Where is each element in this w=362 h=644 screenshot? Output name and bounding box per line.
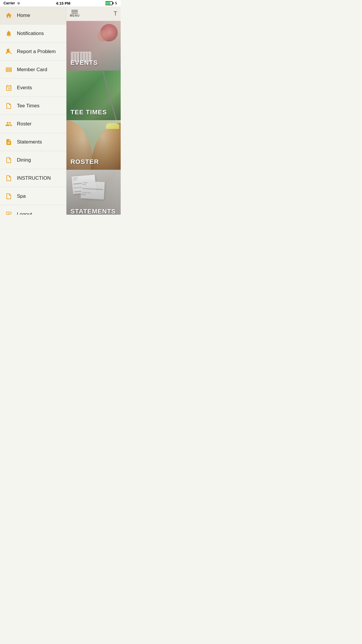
sidebar-item-events[interactable]: 30 Events: [0, 79, 66, 97]
events-decor2: [97, 30, 109, 41]
tile-tee-times[interactable]: TEE TIMES: [66, 71, 121, 120]
instruction-icon: [5, 174, 13, 182]
tile-tee-times-label: TEE TIMES: [71, 108, 107, 116]
statement-paper1: Charge$0.00 Amount Paid: [71, 175, 96, 194]
sidebar-item-dining[interactable]: Dining: [0, 151, 66, 169]
roster-hat: [106, 123, 119, 129]
svg-rect-9: [10, 67, 10, 72]
statements-icon: [5, 138, 13, 146]
wifi-icon: [17, 2, 21, 5]
tile-events-label: EVENTS: [71, 59, 98, 66]
svg-rect-8: [9, 67, 9, 72]
sidebar-label-instruction: INSTRUCTION: [17, 175, 51, 181]
sidebar-item-notifications[interactable]: Notifications: [0, 24, 66, 43]
status-left: Carrier: [3, 1, 21, 5]
menu-button[interactable]: MENU: [70, 10, 80, 17]
sidebar-label-events: Events: [17, 85, 32, 91]
sidebar-item-statements[interactable]: Statements: [0, 133, 66, 151]
sidebar-label-member-card: Member Card: [17, 67, 47, 73]
topbar-right-icon: T: [114, 10, 117, 17]
statement-paper2: Charge$0.00 Amount Paid$0.00: [80, 181, 105, 200]
sidebar-label-logout: Logout: [17, 211, 32, 215]
barcode-icon: [5, 66, 13, 74]
sidebar-item-logout[interactable]: Logout: [0, 205, 66, 215]
sidebar-label-statements: Statements: [17, 139, 42, 145]
sidebar: Home Notifications Report a Problem: [0, 6, 66, 215]
sidebar-item-instruction[interactable]: INSTRUCTION: [0, 169, 66, 187]
wrench-icon: [5, 48, 13, 56]
svg-rect-10: [10, 67, 11, 72]
sidebar-label-tee-times: Tee Times: [17, 103, 39, 109]
tile-statements[interactable]: Charge$0.00 Amount Paid Charge$0.00 Amou…: [66, 170, 121, 215]
svg-rect-5: [7, 67, 7, 72]
main-layout: Home Notifications Report a Problem: [0, 6, 121, 215]
hamburger-line-1: [71, 10, 78, 10]
svg-marker-3: [115, 1, 117, 5]
sidebar-item-roster[interactable]: Roster: [0, 115, 66, 133]
carrier-label: Carrier: [3, 1, 15, 5]
tile-roster[interactable]: ROSTER: [66, 120, 121, 170]
battery-icon: [106, 1, 114, 5]
sidebar-label-report-problem: Report a Problem: [17, 49, 56, 55]
tee-times-icon: [5, 102, 13, 110]
hamburger-line-2: [71, 11, 78, 12]
svg-rect-4: [6, 67, 6, 72]
hamburger-lines: [71, 10, 78, 13]
tile-roster-label: ROSTER: [71, 158, 99, 166]
svg-rect-11: [11, 67, 12, 72]
sidebar-item-report-problem[interactable]: Report a Problem: [0, 43, 66, 61]
tile-events[interactable]: EVENTS: [66, 21, 121, 71]
roster-icon: [5, 120, 13, 128]
content-area: MENU T EVENTS TEE TIMES: [66, 6, 121, 215]
sidebar-label-dining: Dining: [17, 157, 31, 163]
status-time: 4:15 PM: [56, 1, 70, 6]
bell-icon: [5, 29, 13, 38]
menu-text: MENU: [70, 14, 80, 17]
status-right: [106, 1, 117, 5]
events-decor1: [100, 24, 118, 41]
dining-icon: [5, 156, 13, 164]
tile-statements-label: STATEMENTS: [71, 208, 116, 215]
content-topbar: MENU T: [66, 6, 121, 21]
svg-text:30: 30: [8, 88, 10, 90]
svg-rect-2: [106, 2, 110, 5]
sidebar-label-notifications: Notifications: [17, 31, 44, 36]
svg-rect-6: [7, 67, 8, 72]
calendar-icon: 30: [5, 84, 13, 92]
svg-rect-7: [8, 67, 8, 72]
hamburger-line-3: [71, 13, 78, 13]
sidebar-label-roster: Roster: [17, 121, 31, 127]
sidebar-label-home: Home: [17, 13, 30, 18]
svg-rect-1: [113, 2, 114, 4]
sidebar-label-spa: Spa: [17, 193, 26, 199]
charging-icon: [115, 1, 117, 5]
sidebar-item-tee-times[interactable]: Tee Times: [0, 97, 66, 115]
sidebar-item-spa[interactable]: Spa: [0, 187, 66, 205]
logout-icon: [5, 210, 13, 215]
sidebar-item-member-card[interactable]: Member Card: [0, 61, 66, 79]
sidebar-item-home[interactable]: Home: [0, 6, 66, 24]
home-icon: [5, 11, 13, 20]
spa-icon: [5, 192, 13, 200]
status-bar: Carrier 4:15 PM: [0, 0, 121, 6]
